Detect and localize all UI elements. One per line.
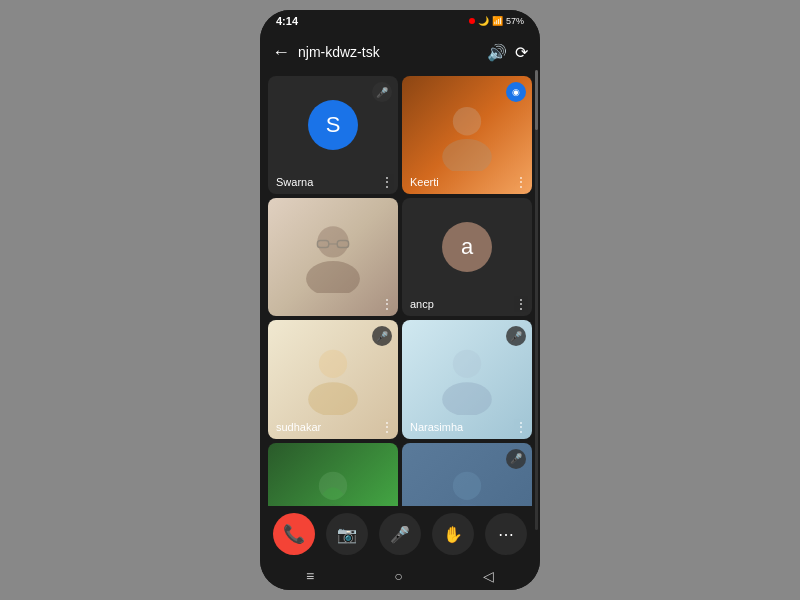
photo-man	[268, 198, 398, 316]
svg-point-2	[317, 226, 348, 257]
name-keerti: Keerti	[410, 176, 439, 188]
participant-tile-you: You ⋮	[268, 443, 398, 506]
end-call-icon: 📞	[283, 523, 305, 545]
raise-hand-button[interactable]: ✋	[432, 513, 474, 555]
nav-bar: ≡ ○ ◁	[260, 562, 540, 590]
photo-74others	[402, 443, 532, 506]
red-dot-icon	[469, 16, 475, 26]
scroll-indicator	[535, 70, 538, 530]
call-header: ← njm-kdwz-tsk 🔊 ⟳	[260, 32, 540, 72]
status-icons: 🌙 📶 57%	[469, 16, 524, 26]
end-call-button[interactable]: 📞	[273, 513, 315, 555]
row-3: 🎤 sudhakar ⋮ 🎤	[268, 320, 532, 438]
avatar-swarna: S	[308, 100, 358, 150]
call-content: 🎤 S Swarna ⋮ ◉ Keerti ⋮	[260, 72, 540, 506]
menu-keerti[interactable]: ⋮	[514, 174, 528, 190]
video-off-icon: 📷	[337, 525, 357, 544]
participant-tile-sudhakar: 🎤 sudhakar ⋮	[268, 320, 398, 438]
menu-man[interactable]: ⋮	[380, 296, 394, 312]
photo-you	[268, 443, 398, 506]
avatar-ancp: a	[442, 222, 492, 272]
row-2: ⋮ a ancp ⋮	[268, 198, 532, 316]
scroll-thumb	[535, 70, 538, 130]
battery-text: 57%	[506, 16, 524, 26]
mic-muted-swarna: 🎤	[372, 82, 392, 102]
speaker-icon[interactable]: 🔊	[487, 43, 507, 62]
participant-tile-swarna: 🎤 S Swarna ⋮	[268, 76, 398, 194]
participant-tile-keerti: ◉ Keerti ⋮	[402, 76, 532, 194]
participant-tile-narasimha: 🎤 Narasimha ⋮	[402, 320, 532, 438]
more-icon: ⋯	[498, 525, 514, 544]
participants-grid: 🎤 S Swarna ⋮ ◉ Keerti ⋮	[268, 76, 532, 506]
control-bar: 📞 📷 🎤 ✋ ⋯	[260, 506, 540, 562]
signal-icon: 📶	[492, 16, 503, 26]
menu-sudhakar[interactable]: ⋮	[380, 419, 394, 435]
svg-point-8	[308, 382, 358, 415]
hand-raise-icon: ✋	[443, 525, 463, 544]
name-swarna: Swarna	[276, 176, 313, 188]
nav-back-icon[interactable]: ◁	[483, 568, 494, 584]
phone-frame: 4:14 🌙 📶 57% ← njm-kdwz-tsk 🔊 ⟳ 🎤 S Swar…	[260, 10, 540, 590]
svg-point-0	[453, 107, 481, 135]
svg-point-12	[308, 504, 358, 506]
svg-point-13	[453, 472, 481, 500]
name-ancp: ancp	[410, 298, 434, 310]
participant-tile-man: ⋮	[268, 198, 398, 316]
svg-point-1	[442, 139, 492, 171]
moon-icon: 🌙	[478, 16, 489, 26]
menu-ancp[interactable]: ⋮	[514, 296, 528, 312]
status-time: 4:14	[276, 15, 298, 27]
participant-tile-ancp: a ancp ⋮	[402, 198, 532, 316]
layout-icon[interactable]: ⟳	[515, 43, 528, 62]
more-options-button[interactable]: ⋯	[485, 513, 527, 555]
row-4: You ⋮ 🎤 Akul... 74 others ⋮	[268, 443, 532, 506]
mic-off-icon: 🎤	[390, 525, 410, 544]
row-1: 🎤 S Swarna ⋮ ◉ Keerti ⋮	[268, 76, 532, 194]
menu-swarna[interactable]: ⋮	[380, 174, 394, 190]
svg-point-9	[453, 350, 481, 378]
nav-home-icon[interactable]: ○	[394, 568, 402, 584]
svg-point-14	[442, 504, 492, 506]
svg-point-3	[306, 261, 360, 293]
call-title: njm-kdwz-tsk	[298, 44, 479, 60]
back-button[interactable]: ←	[272, 42, 290, 63]
name-sudhakar: sudhakar	[276, 421, 321, 433]
participant-tile-74others: 🎤 Akul... 74 others ⋮	[402, 443, 532, 506]
name-narasimha: Narasimha	[410, 421, 463, 433]
status-bar: 4:14 🌙 📶 57%	[260, 10, 540, 32]
svg-point-10	[442, 382, 492, 415]
nav-menu-icon[interactable]: ≡	[306, 568, 314, 584]
mic-toggle-button[interactable]: 🎤	[379, 513, 421, 555]
menu-narasimha[interactable]: ⋮	[514, 419, 528, 435]
svg-point-7	[319, 350, 347, 378]
video-toggle-button[interactable]: 📷	[326, 513, 368, 555]
